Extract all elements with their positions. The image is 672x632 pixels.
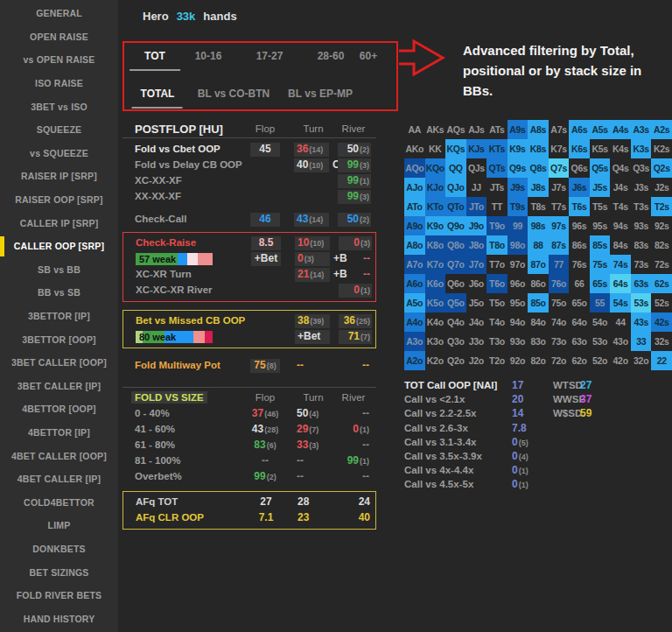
matrix-cell-64s[interactable]: 64s (610, 274, 631, 293)
matrix-cell-a8s[interactable]: A8s (528, 120, 549, 139)
matrix-cell-a4o[interactable]: A4o (404, 312, 425, 332)
matrix-cell-82o[interactable]: 82o (528, 351, 549, 370)
matrix-cell-76o[interactable]: 76o (549, 274, 570, 293)
matrix-cell-87o[interactable]: 87o (528, 255, 549, 274)
sidebar-item-4bettor-oop[interactable]: 4BETTOR [OOP] (0, 397, 118, 421)
matrix-cell-ajs[interactable]: AJs (466, 120, 487, 139)
matrix-cell-65s[interactable]: 65s (590, 274, 611, 293)
matrix-cell-t4o[interactable]: T4o (486, 312, 508, 332)
matrix-cell-95s[interactable]: 95s (590, 216, 611, 235)
matrix-cell-k7s[interactable]: K7s (549, 139, 570, 158)
matrix-cell-85s[interactable]: 85s (590, 235, 611, 255)
tab-stack-tot[interactable]: TOT (144, 50, 165, 62)
matrix-cell-t5o[interactable]: T5o (486, 293, 508, 312)
matrix-cell-t9o[interactable]: T9o (486, 216, 508, 235)
stat-cell[interactable]: 99(3) (338, 158, 371, 172)
stat-cell[interactable]: 0(1) (339, 284, 372, 298)
matrix-cell-j8s[interactable]: J8s (528, 178, 549, 197)
matrix-cell-q6s[interactable]: Q6s (569, 158, 590, 178)
stat-cell[interactable]: 21(14) (295, 268, 330, 282)
stat-cell[interactable]: 36(14) (294, 143, 329, 157)
matrix-cell-q2s[interactable]: Q2s (651, 158, 672, 178)
matrix-cell-t3s[interactable]: T3s (631, 197, 652, 216)
matrix-cell-73s[interactable]: 73s (631, 255, 652, 274)
sidebar-item-iso-raise[interactable]: ISO RAISE (0, 72, 118, 95)
matrix-cell-q7o[interactable]: Q7o (445, 255, 466, 274)
matrix-cell-a5o[interactable]: A5o (404, 293, 425, 312)
matrix-cell-32o[interactable]: 32o (631, 351, 652, 370)
sidebar-item-3bettor-ip[interactable]: 3BETTOR [IP] (0, 305, 118, 328)
matrix-cell-q4s[interactable]: Q4s (610, 158, 631, 178)
matrix-cell-kto[interactable]: KTo (425, 197, 446, 216)
matrix-cell-t5s[interactable]: T5s (590, 197, 611, 216)
matrix-cell-94o[interactable]: 94o (508, 312, 528, 332)
matrix-cell-54o[interactable]: 54o (590, 312, 611, 332)
matrix-cell-t6o[interactable]: T6o (486, 274, 508, 293)
matrix-cell-j2s[interactable]: J2s (651, 178, 672, 197)
matrix-cell-tt[interactable]: TT (486, 197, 508, 216)
matrix-cell-k9o[interactable]: K9o (425, 216, 446, 235)
sidebar-item-donkbets[interactable]: DONKBETS (0, 537, 118, 561)
matrix-cell-92o[interactable]: 92o (508, 351, 528, 370)
matrix-cell-a6o[interactable]: A6o (404, 274, 425, 293)
matrix-cell-j7s[interactable]: J7s (549, 178, 570, 197)
matrix-cell-kjo[interactable]: KJo (425, 178, 446, 197)
stat-cell[interactable]: 40(10) (294, 158, 329, 172)
matrix-cell-j6s[interactable]: J6s (569, 178, 590, 197)
matrix-cell-72s[interactable]: 72s (651, 255, 672, 274)
matrix-cell-jj[interactable]: JJ (466, 178, 487, 197)
matrix-cell-a9s[interactable]: A9s (508, 120, 528, 139)
matrix-cell-83s[interactable]: 83s (631, 235, 652, 255)
matrix-cell-74s[interactable]: 74s (610, 255, 631, 274)
stat-cell[interactable]: 36(25) (339, 314, 372, 328)
sidebar-item-bet-sizings[interactable]: BET SIZINGS (0, 560, 118, 584)
tab-stack-28-60[interactable]: 28-60 (318, 50, 345, 62)
matrix-cell-43s[interactable]: 43s (631, 312, 652, 332)
matrix-cell-k5s[interactable]: K5s (590, 139, 611, 158)
stat-cell[interactable]: 0(3) (295, 252, 330, 266)
matrix-cell-k2s[interactable]: K2s (651, 139, 672, 158)
matrix-cell-75o[interactable]: 75o (549, 293, 570, 312)
sidebar-item-3bet-vs-iso[interactable]: 3BET vs ISO (0, 95, 118, 118)
matrix-cell-kts[interactable]: KTs (486, 139, 508, 158)
matrix-cell-52s[interactable]: 52s (651, 293, 672, 312)
matrix-cell-93s[interactable]: 93s (631, 216, 652, 235)
sidebar-item-limp[interactable]: LIMP (0, 514, 118, 537)
matrix-cell-a7o[interactable]: A7o (404, 255, 425, 274)
stat-cell[interactable]: 43(14) (294, 213, 329, 227)
matrix-cell-q6o[interactable]: Q6o (445, 274, 466, 293)
matrix-cell-62s[interactable]: 62s (651, 274, 672, 293)
sidebar-item-sb-vs-bb[interactable]: SB vs BB (0, 258, 118, 282)
matrix-cell-t8o[interactable]: T8o (486, 235, 508, 255)
stat-cell[interactable]: 38(39) (295, 314, 330, 328)
matrix-cell-t2s[interactable]: T2s (651, 197, 672, 216)
sidebar-item-3bettor-oop[interactable]: 3BETTOR [OOP] (0, 327, 118, 351)
tab-stack-10-16[interactable]: 10-16 (195, 50, 222, 62)
sidebar-item-caller-oop-srp[interactable]: CALLER OOP [SRP] (0, 235, 118, 258)
stat-cell[interactable]: 75(8) (250, 359, 280, 373)
matrix-cell-a2s[interactable]: A2s (651, 120, 672, 139)
matrix-cell-84s[interactable]: 84s (610, 235, 631, 255)
tab-stack-60[interactable]: 60+ (360, 50, 377, 62)
matrix-cell-a2o[interactable]: A2o (404, 351, 425, 370)
matrix-cell-85o[interactable]: 85o (528, 293, 549, 312)
matrix-cell-74o[interactable]: 74o (549, 312, 570, 332)
matrix-cell-j8o[interactable]: J8o (466, 235, 487, 255)
matrix-cell-j5s[interactable]: J5s (590, 178, 611, 197)
matrix-cell-qto[interactable]: QTo (445, 197, 466, 216)
matrix-cell-ako[interactable]: AKo (404, 139, 425, 158)
sidebar-item-4bettor-ip[interactable]: 4BETTOR [IP] (0, 421, 118, 445)
matrix-cell-q8s[interactable]: Q8s (528, 158, 549, 178)
sidebar-item-4bet-caller-oop[interactable]: 4BET CALLER [OOP] (0, 444, 118, 467)
matrix-cell-44[interactable]: 44 (610, 312, 631, 332)
matrix-cell-42s[interactable]: 42s (651, 312, 672, 332)
matrix-cell-kjs[interactable]: KJs (466, 139, 487, 158)
matrix-cell-qjs[interactable]: QJs (466, 158, 487, 178)
matrix-cell-k8o[interactable]: K8o (425, 235, 446, 255)
matrix-cell-a5s[interactable]: A5s (590, 120, 611, 139)
matrix-cell-q9o[interactable]: Q9o (445, 216, 466, 235)
stat-cell[interactable]: 46 (250, 213, 280, 227)
matrix-cell-92s[interactable]: 92s (651, 216, 672, 235)
sidebar-item-squeeze[interactable]: SQUEEZE (0, 118, 118, 142)
matrix-cell-k6s[interactable]: K6s (569, 139, 590, 158)
